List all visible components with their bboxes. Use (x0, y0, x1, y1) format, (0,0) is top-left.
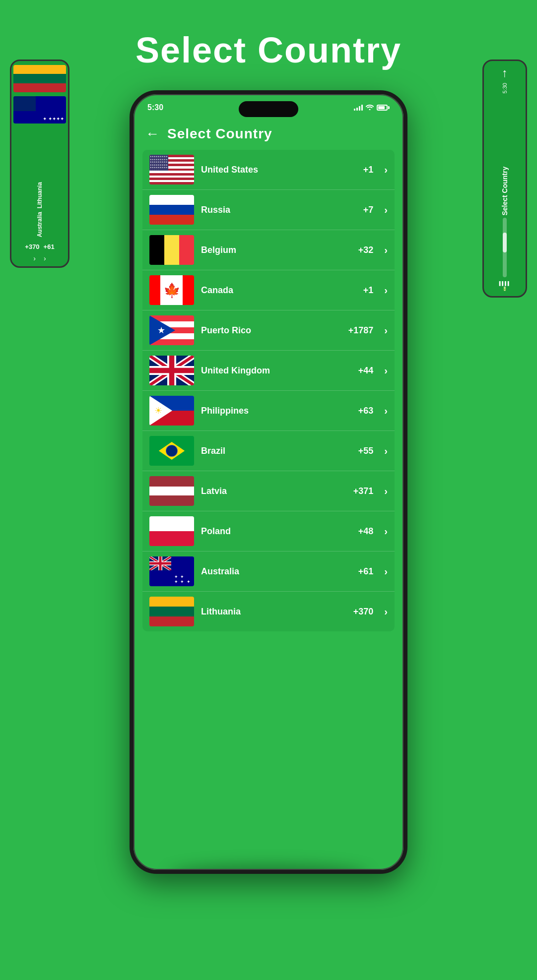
country-item-us[interactable]: United States +1 › (142, 150, 395, 190)
country-item-br[interactable]: Brazil +55 › (142, 431, 395, 471)
country-item-au[interactable]: ✦ ✦✦ ✦ ✦ Australia +61 › (142, 551, 395, 592)
dynamic-island (239, 101, 298, 117)
country-name-gb: United Kingdom (201, 366, 351, 376)
mute-button[interactable] (130, 253, 131, 278)
flag-pr (149, 315, 194, 345)
flag-be (149, 235, 194, 265)
chevron-ru: › (384, 204, 388, 216)
status-time: 5:30 (147, 103, 163, 112)
app-header: ← Select Country (134, 116, 403, 150)
country-item-gb[interactable]: United Kingdom +44 › (142, 351, 395, 391)
screen-title: Select Country (167, 126, 272, 142)
country-code-ca: +1 (363, 285, 374, 296)
country-item-lv[interactable]: Latvia +371 › (142, 471, 395, 511)
flag-pl (149, 516, 194, 546)
volume-down-button[interactable] (130, 218, 131, 243)
chevron-be: › (384, 245, 388, 256)
flag-ca (149, 275, 194, 305)
country-name-lv: Latvia (201, 486, 346, 496)
country-name-be: Belgium (201, 245, 351, 255)
country-name-au: Australia (201, 566, 351, 577)
chevron-lv: › (384, 486, 388, 497)
flag-ph: ☀ (149, 396, 194, 426)
flag-lt (149, 597, 194, 626)
country-code-gb: +44 (358, 366, 374, 376)
country-code-lv: +371 (353, 486, 374, 496)
chevron-ph: › (384, 405, 388, 417)
flag-br (149, 436, 194, 466)
chevron-pl: › (384, 526, 388, 537)
country-item-ru[interactable]: Russia +7 › (142, 190, 395, 230)
chevron-gb: › (384, 365, 388, 376)
flag-gb (149, 356, 194, 385)
country-item-ph[interactable]: ☀ Philippines +63 › (142, 391, 395, 431)
chevron-pr: › (384, 325, 388, 336)
back-button[interactable]: ← (145, 126, 159, 142)
chevron-us: › (384, 164, 388, 176)
country-name-br: Brazil (201, 446, 351, 456)
country-code-br: +55 (358, 446, 374, 456)
country-code-au: +61 (358, 566, 374, 577)
chevron-ca: › (384, 285, 388, 296)
country-item-be[interactable]: Belgium +32 › (142, 230, 395, 270)
flag-lv (149, 476, 194, 506)
power-button[interactable] (406, 203, 407, 243)
page-title: Select Country (0, 0, 537, 90)
wifi-icon (366, 104, 374, 112)
country-code-us: +1 (363, 165, 374, 175)
country-code-ph: +63 (358, 406, 374, 416)
battery-icon (377, 105, 390, 111)
chevron-lt: › (384, 606, 388, 617)
flag-us (149, 155, 194, 184)
country-code-lt: +370 (353, 607, 374, 617)
country-item-lt[interactable]: Lithuania +370 › (142, 592, 395, 631)
chevron-br: › (384, 445, 388, 457)
country-code-be: +32 (358, 245, 374, 255)
volume-up-button[interactable] (130, 184, 131, 208)
country-name-ru: Russia (201, 205, 356, 215)
country-name-ph: Philippines (201, 406, 351, 416)
flag-ru (149, 195, 194, 225)
country-item-pr[interactable]: Puerto Rico +1787 › (142, 310, 395, 351)
country-name-pl: Poland (201, 526, 351, 537)
country-name-pr: Puerto Rico (201, 325, 341, 336)
country-name-ca: Canada (201, 285, 356, 296)
flag-au: ✦ ✦✦ ✦ ✦ (149, 556, 194, 586)
country-item-pl[interactable]: Poland +48 › (142, 511, 395, 551)
country-code-pl: +48 (358, 526, 374, 537)
chevron-au: › (384, 566, 388, 577)
signal-icon (354, 105, 363, 111)
country-name-us: United States (201, 165, 356, 175)
country-name-lt: Lithuania (201, 607, 346, 617)
side-right-arrow: ↑ (502, 66, 508, 80)
side-flag-lithuania (13, 65, 66, 92)
country-item-ca[interactable]: Canada +1 › (142, 270, 395, 310)
country-code-pr: +1787 (348, 325, 374, 336)
phone-device: 5:30 (130, 90, 407, 874)
country-code-ru: +7 (363, 205, 374, 215)
country-list: United States +1 › Russia +7 › Belgium +… (134, 150, 403, 631)
